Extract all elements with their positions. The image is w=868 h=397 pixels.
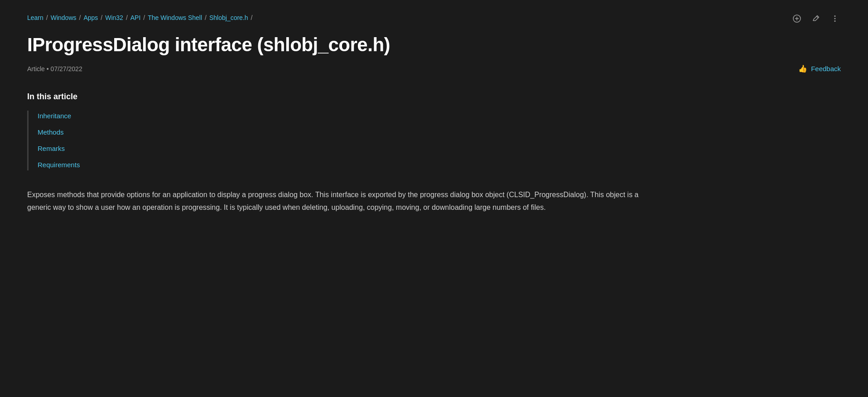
breadcrumb-apps[interactable]: Apps	[83, 13, 98, 23]
breadcrumb-shlobj[interactable]: Shlobj_core.h	[209, 13, 248, 23]
breadcrumb-win32[interactable]: Win32	[105, 13, 123, 23]
feedback-icon: 👍	[798, 64, 807, 73]
feedback-label: Feedback	[811, 65, 841, 73]
article-dot: •	[47, 65, 51, 73]
toc-heading: In this article	[27, 90, 841, 103]
breadcrumb-sep-4: /	[126, 13, 128, 23]
breadcrumb-sep-7: /	[251, 13, 253, 23]
page-container: Learn / Windows / Apps / Win32 / API / T…	[0, 0, 868, 232]
toc-item-methods[interactable]: Methods	[38, 127, 841, 138]
toc-item-requirements[interactable]: Requirements	[38, 160, 841, 170]
edit-icon	[812, 15, 820, 23]
breadcrumb-windows-shell[interactable]: The Windows Shell	[148, 13, 202, 23]
breadcrumb-learn[interactable]: Learn	[27, 13, 43, 23]
article-date: Article • 07/27/2022	[27, 64, 82, 74]
feedback-button[interactable]: 👍 Feedback	[798, 64, 841, 73]
article-meta: Article • 07/27/2022 👍 Feedback	[27, 64, 841, 74]
page-title: IProgressDialog interface (shlobj_core.h…	[27, 34, 841, 56]
svg-point-4	[834, 15, 836, 17]
more-options-button[interactable]	[829, 13, 841, 24]
breadcrumb-sep-6: /	[205, 13, 207, 23]
more-icon	[831, 15, 839, 23]
breadcrumb-sep-5: /	[143, 13, 145, 23]
add-button[interactable]	[791, 13, 803, 24]
toc-item-inheritance[interactable]: Inheritance	[38, 111, 841, 121]
breadcrumb-sep-3: /	[101, 13, 102, 23]
svg-point-5	[834, 18, 836, 19]
article-description: Exposes methods that provide options for…	[27, 189, 661, 214]
table-of-contents: Inheritance Methods Remarks Requirements	[27, 111, 841, 170]
breadcrumb-sep-2: /	[79, 13, 81, 23]
edit-button[interactable]	[810, 13, 822, 24]
breadcrumb-api[interactable]: API	[130, 13, 141, 23]
svg-point-6	[834, 20, 836, 22]
breadcrumb-sep-1: /	[46, 13, 48, 23]
breadcrumb-windows[interactable]: Windows	[51, 13, 77, 23]
top-right-toolbar	[791, 13, 841, 24]
add-icon	[793, 15, 801, 23]
breadcrumb: Learn / Windows / Apps / Win32 / API / T…	[27, 13, 841, 23]
article-label: Article	[27, 65, 45, 73]
toc-item-remarks[interactable]: Remarks	[38, 143, 841, 154]
article-date-value: 07/27/2022	[51, 65, 82, 73]
